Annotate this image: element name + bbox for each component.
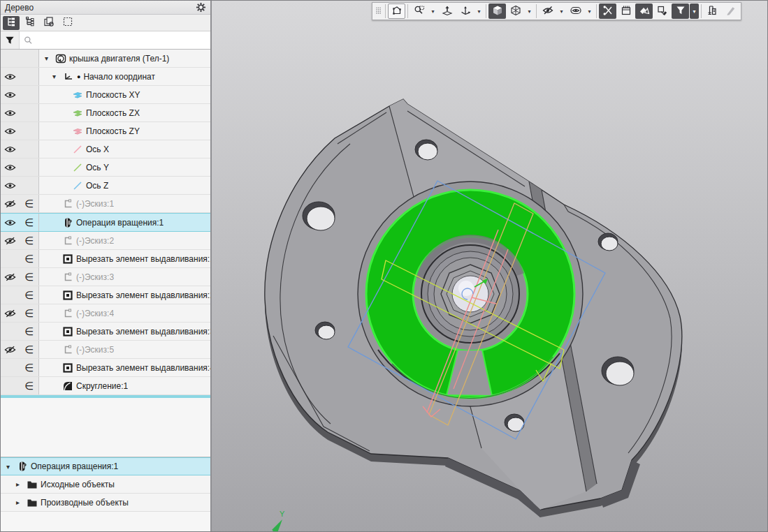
tree-row[interactable]: ∈ Вырезать элемент выдавливания:3: [1, 323, 210, 341]
tree-row[interactable]: Ось Z: [1, 177, 210, 195]
tree-item-label-area[interactable]: (-)Эскиз:2: [39, 232, 210, 249]
toolbar-drag-handle[interactable]: [374, 4, 383, 18]
tree-relations-view-button[interactable]: [22, 16, 38, 30]
tree-item-label-area[interactable]: Вырезать элемент выдавливания:4: [39, 359, 210, 376]
tree-row[interactable]: Плоскость XY: [1, 86, 210, 104]
tree-row[interactable]: ∈ (-)Эскиз:5: [1, 341, 210, 359]
wireframe-view-button[interactable]: [507, 3, 524, 19]
axis-y-icon: [71, 162, 83, 173]
filter-funnel-icon[interactable]: [1, 31, 20, 49]
tree-row[interactable]: Плоскость ZX: [1, 104, 210, 122]
detail-row[interactable]: ▾ Операция вращения:1: [1, 457, 210, 475]
tree-structure-view-button[interactable]: [3, 16, 20, 30]
tree-item-label: Операция вращения:1: [76, 218, 164, 228]
element-of-badge: ∈: [20, 250, 38, 267]
chevron-down-icon: ▾: [693, 8, 695, 15]
expand-arrow-icon[interactable]: ▾: [45, 54, 52, 62]
tree-row[interactable]: Ось X: [1, 140, 210, 158]
marquee-select-button[interactable]: [59, 16, 76, 30]
detail-row[interactable]: ▸ Производные объекты: [1, 494, 210, 512]
annotate-button[interactable]: [722, 3, 739, 19]
tree-item-label-area[interactable]: (-)Эскиз:3: [39, 268, 210, 286]
tree-item-label-area[interactable]: ▾ крышка двигателя (Тел-1): [39, 50, 210, 67]
tree-row[interactable]: Плоскость ZY: [1, 122, 210, 140]
tree-item-label-area[interactable]: (-)Эскиз:1: [39, 195, 210, 212]
shaded-view-button[interactable]: [488, 3, 506, 19]
tree-item-label-area[interactable]: Ось Y: [39, 158, 210, 176]
tree-item-label-area[interactable]: ▾ ● Начало координат: [39, 68, 210, 85]
settings-gear-icon[interactable]: [196, 2, 206, 13]
measure-button[interactable]: [704, 3, 721, 19]
show-hidden-dropdown[interactable]: ▾: [585, 3, 594, 19]
tree-row[interactable]: ∈ Вырезать элемент выдавливания:1: [1, 250, 210, 268]
tree-row[interactable]: ∈ (-)Эскиз:4: [1, 304, 210, 323]
zoom-area-button[interactable]: [410, 3, 428, 19]
tree-item-label-area[interactable]: Скругление:1: [39, 377, 210, 394]
move-triad-button[interactable]: [456, 3, 474, 19]
tree-row[interactable]: ∈ Вырезать элемент выдавливания:2: [1, 286, 210, 304]
tree-row[interactable]: ▾ крышка двигателя (Тел-1): [1, 50, 210, 68]
tree-row[interactable]: Ось Y: [1, 158, 210, 177]
expand-arrow-icon[interactable]: ▾: [52, 73, 59, 80]
tree-search-input[interactable]: [32, 35, 206, 46]
eye-slash-icon[interactable]: [1, 341, 20, 358]
tree-row[interactable]: ▾ ● Начало координат: [1, 68, 210, 86]
tree-search-box[interactable]: [20, 31, 210, 49]
tree-copies-view-button[interactable]: [41, 16, 57, 30]
tree-item-label-area[interactable]: Ось Z: [39, 177, 210, 194]
tree-item-label-area[interactable]: Вырезать элемент выдавливания:1: [39, 250, 210, 267]
eye-icon[interactable]: [1, 68, 20, 85]
placement-button[interactable]: [653, 3, 671, 19]
sketch-icon: [61, 272, 73, 283]
hide-objects-button[interactable]: [539, 3, 556, 19]
tree-item-label-area[interactable]: Вырезать элемент выдавливания:2: [39, 286, 210, 304]
filter-dropdown[interactable]: ▾: [690, 3, 699, 19]
tree-row[interactable]: ∈ (-)Эскиз:2: [1, 232, 210, 250]
eye-slash-icon[interactable]: [1, 268, 20, 286]
eye-icon[interactable]: [1, 104, 20, 121]
expand-arrow-icon[interactable]: ▸: [16, 498, 23, 506]
eye-icon[interactable]: [1, 122, 20, 140]
expand-arrow-icon[interactable]: ▸: [16, 480, 23, 488]
eye-icon[interactable]: [1, 140, 20, 158]
tree-item-label-area[interactable]: Плоскость ZY: [39, 122, 210, 140]
tree-row[interactable]: ∈ Операция вращения:1: [1, 213, 210, 232]
detail-row[interactable]: ▸ Исходные объекты: [1, 475, 210, 494]
eye-slash-icon[interactable]: [1, 304, 20, 322]
tree-item-label-area[interactable]: Плоскость ZX: [39, 104, 210, 121]
tree-row[interactable]: ∈ (-)Эскиз:1: [1, 195, 210, 213]
tree-empty-area: [1, 398, 210, 457]
eye-slash-icon[interactable]: [1, 232, 20, 249]
axis-x-icon: [71, 144, 83, 155]
viewport-toolbar: ▾▾▾▾▾▾: [372, 2, 741, 20]
eye-icon[interactable]: [1, 177, 20, 194]
3d-viewport[interactable]: Y ▾▾▾▾▾▾: [212, 1, 768, 532]
hide-objects-dropdown[interactable]: ▾: [557, 3, 566, 19]
appearance-button[interactable]: [635, 3, 653, 19]
tree-row[interactable]: ∈ Вырезать элемент выдавливания:4: [1, 359, 210, 377]
sketch-contour-button[interactable]: [388, 3, 405, 19]
tree-row[interactable]: ∈ (-)Эскиз:3: [1, 268, 210, 286]
grid-display-button[interactable]: [617, 3, 635, 19]
eye-icon[interactable]: [1, 214, 20, 231]
tree-item-label: Плоскость ZY: [86, 126, 140, 136]
move-triad-dropdown[interactable]: ▾: [474, 3, 484, 19]
section-view-button[interactable]: [599, 3, 616, 19]
orient-normal-button[interactable]: [438, 3, 456, 19]
tree-item-label-area[interactable]: (-)Эскиз:5: [39, 341, 210, 358]
show-hidden-button[interactable]: [567, 3, 584, 19]
eye-icon[interactable]: [1, 158, 20, 176]
expand-arrow-icon[interactable]: ▾: [6, 463, 13, 471]
eye-slash-icon[interactable]: [1, 195, 20, 212]
display-mode-dropdown[interactable]: ▾: [525, 3, 534, 19]
eye-icon[interactable]: [1, 86, 20, 103]
tree-item-label-area[interactable]: Ось X: [39, 140, 210, 158]
filter-button[interactable]: [672, 3, 689, 19]
tree-item-label-area[interactable]: Операция вращения:1: [39, 214, 210, 231]
tree-item-label-area[interactable]: (-)Эскиз:4: [39, 304, 210, 322]
tree-item-label-area[interactable]: Вырезать элемент выдавливания:3: [39, 323, 210, 340]
zoom-area-dropdown[interactable]: ▾: [428, 3, 437, 19]
tree-row[interactable]: ∈ Скругление:1: [1, 377, 210, 395]
grip-dots-icon: [375, 5, 383, 18]
tree-item-label-area[interactable]: Плоскость XY: [39, 86, 210, 103]
